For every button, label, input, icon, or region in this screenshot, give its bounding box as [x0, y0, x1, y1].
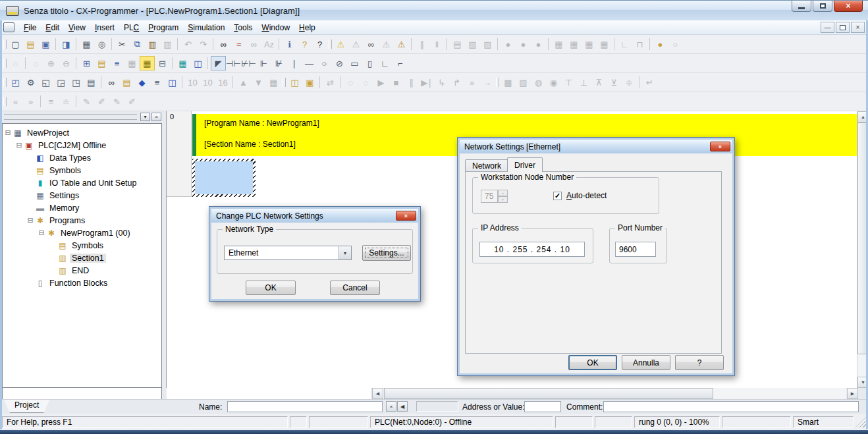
help-button[interactable]: ?: [675, 355, 724, 370]
online-edit-icon[interactable]: ∥: [414, 37, 429, 51]
menu-view[interactable]: View: [64, 21, 90, 34]
io-comment-icon[interactable]: ▤: [119, 75, 134, 90]
select-tool-icon[interactable]: ◤: [211, 56, 226, 70]
tree-item-plc[interactable]: ⊟ ▣ PLC[CJ2M] Offline: [3, 139, 161, 151]
info-icon[interactable]: ℹ: [282, 37, 297, 51]
edit-comment-icon[interactable]: ✎: [109, 94, 124, 109]
set-bit-icon[interactable]: ⊥: [576, 75, 591, 90]
menu-program[interactable]: Program: [144, 21, 183, 34]
force-status-icon[interactable]: ▦: [266, 75, 281, 90]
menu-file[interactable]: File: [19, 21, 41, 34]
restore-button[interactable]: [813, 0, 832, 12]
previous-rung-icon[interactable]: «: [8, 94, 23, 109]
dialog-title-bar[interactable]: Network Settings [Ethernet] ×: [460, 140, 732, 153]
sim-step-over-icon[interactable]: ↱: [449, 75, 464, 90]
node-number-spinner[interactable]: 75 ▴ ▾: [481, 190, 508, 203]
menu-edit[interactable]: Edit: [41, 21, 64, 34]
io-monitor-icon[interactable]: ▦: [124, 56, 140, 70]
coil-icon[interactable]: ○: [317, 56, 332, 70]
or-contact-no-icon[interactable]: ⊩: [256, 56, 271, 70]
horizontal-scroll-thumb[interactable]: [384, 388, 713, 399]
pane-menu-button[interactable]: ▾: [140, 113, 150, 121]
update-online-icon[interactable]: ≑: [622, 75, 637, 90]
properties-icon[interactable]: ▤: [84, 75, 99, 90]
pause-monitor-icon[interactable]: ‖: [429, 37, 445, 51]
tree-item-newprogram1[interactable]: ⊟ ✱ NewProgram1 (00): [3, 227, 161, 239]
access-level-2-icon[interactable]: ●: [516, 37, 531, 51]
next-rung-icon[interactable]: »: [23, 94, 38, 109]
menu-insert[interactable]: Insert: [90, 21, 119, 34]
ok-button[interactable]: OK: [246, 281, 296, 295]
sim-run-icon[interactable]: ▶: [373, 75, 389, 90]
rung-comment-list-icon[interactable]: ≡: [43, 94, 59, 109]
force-cancel-icon[interactable]: ⊤: [561, 75, 576, 90]
scroll-right-button[interactable]: ▶: [847, 388, 858, 399]
toggle-bit-icon[interactable]: ⊻: [607, 75, 622, 90]
mdi-close-button[interactable]: ×: [851, 22, 865, 33]
tree-item-section1[interactable]: ▥ Section1: [3, 252, 161, 264]
cancel-button[interactable]: Annulla: [622, 355, 670, 370]
sim-continuous-icon[interactable]: »: [464, 75, 479, 90]
time-chart-icon[interactable]: ⊓: [632, 37, 647, 51]
program-check-icon[interactable]: ⚠: [379, 37, 394, 51]
new-icon[interactable]: ▢: [8, 37, 23, 51]
auto-detect-checkbox[interactable]: ✓: [553, 192, 562, 200]
watch-back-button[interactable]: ◀: [397, 401, 408, 412]
help-icon[interactable]: ?: [297, 37, 312, 51]
dialog-title-bar[interactable]: Change PLC Network Settings ×: [211, 209, 418, 223]
tree-item-program-symbols[interactable]: ▤ Symbols: [3, 239, 161, 252]
tree-expander-icon[interactable]: ⊟: [15, 141, 23, 149]
transfer-check-icon[interactable]: ⚠: [394, 37, 409, 51]
force-set-icon[interactable]: ◍: [531, 75, 546, 90]
menu-tools[interactable]: Tools: [229, 21, 257, 34]
protect-icon[interactable]: ●: [653, 37, 668, 51]
line-branch-icon[interactable]: ∟: [377, 56, 393, 70]
find-text-icon[interactable]: Az: [261, 37, 277, 51]
watch-window-icon[interactable]: ◲: [53, 75, 68, 90]
sim-pause-icon[interactable]: ∥: [404, 75, 419, 90]
work-online-icon[interactable]: ◫: [287, 75, 302, 90]
name-input[interactable]: [227, 401, 383, 412]
sim-step-in-icon[interactable]: ↳: [434, 75, 449, 90]
release-protect-icon[interactable]: ○: [668, 37, 683, 51]
zoom-tool-icon[interactable]: ◌: [8, 56, 23, 70]
paste-rung-icon[interactable]: ▥: [160, 37, 175, 51]
block-view-icon[interactable]: ⊟: [155, 56, 170, 70]
tab-network[interactable]: Network: [465, 159, 508, 172]
ip-address-input[interactable]: 10 . 255 . 254 . 10: [479, 242, 585, 257]
spin-up-icon[interactable]: ▴: [498, 190, 508, 196]
memory-view-1-icon[interactable]: ▦: [551, 37, 566, 51]
document-icon[interactable]: [3, 22, 14, 32]
replace-icon[interactable]: ≈: [231, 37, 246, 51]
show-grid-icon[interactable]: ⊞: [79, 56, 94, 70]
spin-down-icon[interactable]: ▾: [498, 196, 508, 203]
set-value-down-icon[interactable]: ▼: [251, 75, 266, 90]
tree-item-newproject[interactable]: ⊟ ▦ NewProject: [3, 126, 161, 139]
tree-item-symbols[interactable]: ▤ Symbols: [3, 164, 161, 176]
list-view-icon[interactable]: ≡: [149, 75, 165, 90]
or-contact-nc-icon[interactable]: ⊮: [271, 56, 286, 70]
dialog-close-button[interactable]: ×: [710, 142, 730, 151]
contact-nc-icon[interactable]: ⊬⊢: [241, 56, 256, 70]
insert-row-icon[interactable]: ↵: [642, 75, 657, 90]
set-value-up-icon[interactable]: ▲: [236, 75, 251, 90]
menu-window[interactable]: Window: [257, 21, 294, 34]
mdi-restore-button[interactable]: [836, 22, 850, 33]
find-icon[interactable]: ∞: [216, 37, 231, 51]
zoom-region-icon[interactable]: ◌: [28, 56, 43, 70]
tree-item-function-blocks[interactable]: ▯ Function Blocks: [3, 277, 161, 289]
reset-bit-icon[interactable]: ⊼: [591, 75, 607, 90]
find-symbol-icon[interactable]: ∞: [246, 37, 261, 51]
monitor-pause-icon[interactable]: ◌: [343, 75, 358, 90]
paste-icon[interactable]: ▥: [145, 37, 160, 51]
dialog-close-button[interactable]: ×: [396, 211, 416, 221]
network-type-select[interactable]: Ethernet ▼: [224, 246, 352, 260]
undo-icon[interactable]: ↶: [180, 37, 196, 51]
menu-plc[interactable]: PLC: [119, 21, 144, 34]
access-level-3-icon[interactable]: ●: [531, 37, 546, 51]
selected-cell[interactable]: [192, 159, 256, 197]
diff-down-icon[interactable]: ▨: [516, 75, 531, 90]
cross-reference-icon[interactable]: ◳: [68, 75, 84, 90]
vertical-line-icon[interactable]: ∣: [286, 56, 302, 70]
inverted-instruction-icon[interactable]: ▯: [362, 56, 377, 70]
